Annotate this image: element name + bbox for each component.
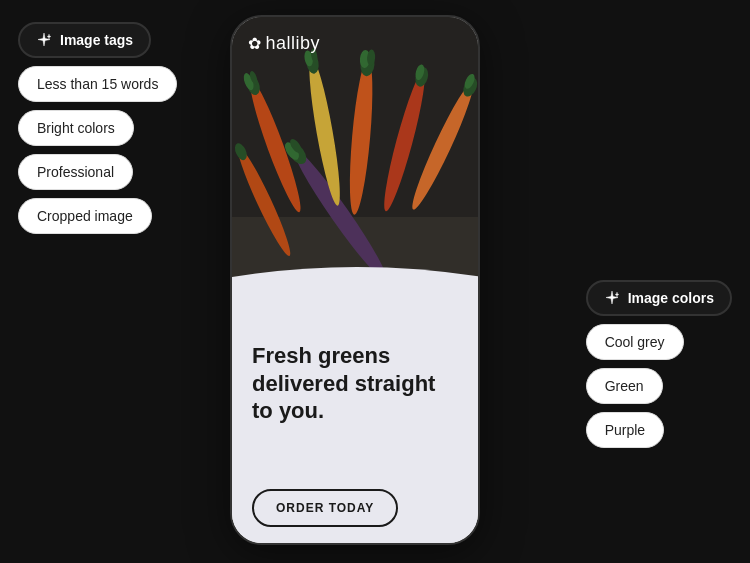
phone-image-area: ✿ halliby [232, 17, 478, 322]
phone-logo: ✿ halliby [248, 33, 320, 54]
left-tags-panel: Image tags Less than 15 words Bright col… [18, 22, 177, 234]
carrot-image [232, 17, 478, 322]
logo-icon: ✿ [248, 34, 262, 53]
image-colors-label: Image colors [628, 290, 714, 306]
color-pill-purple[interactable]: Purple [586, 412, 664, 448]
tag-pill-words[interactable]: Less than 15 words [18, 66, 177, 102]
phone-content-area: Fresh greens delivered straight to you. … [232, 322, 478, 543]
logo-text: halliby [266, 33, 321, 54]
phone-headline: Fresh greens delivered straight to you. [252, 342, 458, 425]
image-tags-header: Image tags [18, 22, 151, 58]
color-pill-cool-grey[interactable]: Cool grey [586, 324, 684, 360]
tag-pill-cropped[interactable]: Cropped image [18, 198, 152, 234]
image-colors-header: Image colors [586, 280, 732, 316]
tag-pill-bright-colors[interactable]: Bright colors [18, 110, 134, 146]
order-today-button[interactable]: ORDER TODAY [252, 489, 398, 527]
sparkle-icon [36, 32, 52, 48]
image-tags-label: Image tags [60, 32, 133, 48]
color-pill-green[interactable]: Green [586, 368, 663, 404]
right-colors-panel: Image colors Cool grey Green Purple [586, 280, 732, 448]
phone-mockup: ✿ halliby Fresh greens delivered straigh… [230, 15, 480, 545]
tag-pill-professional[interactable]: Professional [18, 154, 133, 190]
sparkle-icon-right [604, 290, 620, 306]
scene: Image tags Less than 15 words Bright col… [0, 0, 750, 563]
